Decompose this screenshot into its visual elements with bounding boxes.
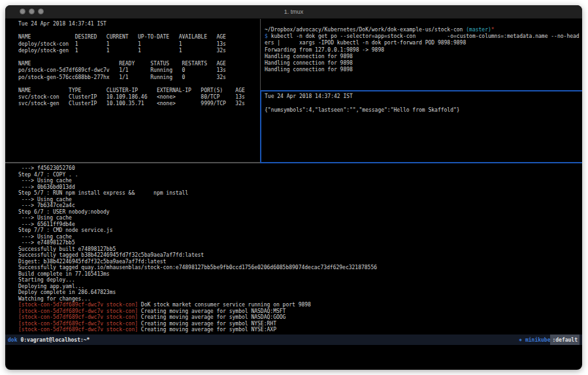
tmux-terminal: Tue 24 Apr 2018 14:37:41 IST NAME DESIRE… [5,19,582,334]
terminal-line: NAME READY STATUS RESTARTS AGE [18,61,245,67]
terminal-text-segment: (master) [466,27,491,33]
terminal-line [18,27,245,34]
pane-port-forward[interactable]: ~/Dropbox/advocacy/Kubernetes/DoK/work/d… [265,27,580,73]
terminal-line: Forwarding from 127.0.0.1:9898 -> 9898 [265,47,580,54]
terminal-line: Handling connection for 9898 [265,54,580,60]
window-title: 1. tmux [5,5,582,18]
terminal-line: NAME TYPE CLUSTER-IP EXTERNAL-IP PORT(S)… [18,88,245,94]
terminal-line: ---> e74898127bb5 [18,240,377,246]
pane-service-response[interactable]: Tue 24 Apr 2018 14:37:42 IST {"numsymbol… [265,93,460,114]
minimize-button[interactable] [29,8,35,14]
terminal-line: [stock-con-5d7df689cf-dwc7v stock-con] C… [18,321,377,327]
terminal-line: ---> Using cache [18,178,377,184]
terminal-line: [stock-con-5d7df689cf-dwc7v stock-con] C… [18,308,377,315]
pane-border-active-top [260,90,582,91]
terminal-line: Tue 24 Apr 2018 14:37:41 IST [18,21,245,27]
terminal-text-segment: Creating moving average for symbol NASDA… [138,308,286,314]
terminal-text-segment: [stock-con-5d7df689cf-dwc7v stock-con] [18,302,138,308]
pane-border-active-left [260,90,261,163]
pane-border-bottom-left [5,162,261,163]
terminal-line: Successfully built e74898127bb5 [18,246,377,253]
terminal-line: [stock-con-5d7df689cf-dwc7v stock-con] D… [18,302,377,308]
kube-namespace-chip: :default [550,334,580,345]
zoom-button[interactable] [38,8,44,14]
terminal-line: ---> Using cache [18,197,377,203]
terminal-line: svc/stock-gen ClusterIP 10.100.35.71 <no… [18,101,245,107]
window-tab[interactable]: 0:vagrant@localhost:~* [20,337,90,343]
terminal-line: deploy/stock-gen 1 1 1 1 32s [18,48,245,54]
terminal-line: po/stock-con-5d7df689cf-dwc7v 1/1 Runnin… [18,67,245,74]
terminal-line [18,54,245,61]
traffic-lights [20,8,44,14]
terminal-text-segment: DoK stock market consumer service runnin… [138,302,311,308]
terminal-text-segment: * [491,27,495,33]
terminal-line: Successfully tagged b38b42246945fd7f32c5… [18,252,377,259]
kube-context-icon: ⎈ minikube [519,337,550,343]
terminal-line: [stock-con-5d7df689cf-dwc7v stock-con] C… [18,327,377,333]
pane-border-active-bottom [260,162,582,163]
terminal-text-segment: Creating moving average for symbol NYSE:… [138,327,276,333]
pane-skaffold-build-log[interactable]: ---> f45623052760Step 4/7 : COPY . . ---… [18,165,377,333]
terminal-line: Step 5/7 : RUN npm install express && np… [18,190,377,197]
close-button[interactable] [20,8,25,14]
status-right: ⎈ minikube :default [519,334,580,345]
terminal-text-segment: ~/Dropbox/advocacy/Kubernetes/DoK/work/d… [265,27,466,33]
tmux-status-bar: dok 0:vagrant@localhost:~* ⎈ minikube :d… [5,334,582,345]
terminal-line: Deploy complete in 286.647823ms [18,289,377,296]
terminal-line: ---> 7b6347ce2a4c [18,203,377,209]
terminal-line: deploy/stock-con 1 1 1 1 13s [18,41,245,48]
terminal-line [18,81,245,88]
terminal-line: $ kubectl -n dok get po --selector=app=s… [265,33,580,40]
terminal-line: Step 4/7 : COPY . . [18,172,377,178]
titlebar: 1. tmux [5,5,582,19]
terminal-line [265,101,460,108]
status-left: dok 0:vagrant@localhost:~* [8,337,90,343]
terminal-line: Starting deploy... [18,277,377,284]
terminal-line: [stock-con-5d7df689cf-dwc7v stock-con] C… [18,314,377,321]
terminal-text-segment: [stock-con-5d7df689cf-dwc7v stock-con] [18,314,138,320]
terminal-line: Step 7/7 : CMD node service.js [18,227,377,234]
terminal-line: {"numsymbols":4,"lastseen":"","message":… [265,107,460,114]
terminal-line: Build complete in 77.165413ms [18,271,377,278]
terminal-line: Deploying app.yaml... [18,284,377,290]
terminal-text-segment: [stock-con-5d7df689cf-dwc7v stock-con] [18,308,138,314]
terminal-line: svc/stock-con ClusterIP 10.109.186.46 <n… [18,94,245,101]
terminal-text-segment: Creating moving average for symbol NASDA… [138,314,286,320]
terminal-line: Step 6/7 : USER nobody:nobody [18,209,377,216]
terminal-line: NAME DESIRED CURRENT UP-TO-DATE AVAILABL… [18,34,245,41]
terminal-line: Handling connection for 9898 [265,67,580,73]
session-name: dok [8,337,17,343]
terminal-line: Handling connection for 9898 [265,60,580,67]
terminal-app-window: 1. tmux Tue 24 Apr 2018 14:37:41 IST NAM… [5,5,582,370]
terminal-text-segment: Creating moving average for symbol NYSE:… [138,321,276,327]
terminal-line: ---> 65611ff9db4e [18,221,377,228]
terminal-line: ---> Using cache [18,234,377,240]
terminal-line: Tue 24 Apr 2018 14:37:42 IST [265,93,460,101]
terminal-line: Digest: b38b42246945fd7f32c5ba9aea7af7fd… [18,259,377,265]
terminal-line: Watching for changes... [18,296,377,302]
terminal-line: ---> f45623052760 [18,165,377,172]
terminal-line: po/stock-gen-576cc688bb-277hx 1/1 Runnin… [18,74,245,81]
terminal-line: ~/Dropbox/advocacy/Kubernetes/DoK/work/d… [265,27,580,33]
terminal-line: ---> Using cache [18,215,377,221]
pane-kubectl-watch[interactable]: Tue 24 Apr 2018 14:37:41 IST NAME DESIRE… [18,21,245,108]
pane-border-vertical-inactive [260,19,261,91]
terminal-text-segment: [stock-con-5d7df689cf-dwc7v stock-con] [18,321,138,327]
terminal-text-segment: kubectl -n dok get po --selector=app=sto… [268,33,580,39]
terminal-line: Successfully tagged quay.io/mhausenblas/… [18,265,377,271]
terminal-line: ers | xargs -IPOD kubectl -n dok port-fo… [265,40,580,46]
terminal-line: ---> 0b636bd013dd [18,184,377,191]
terminal-text-segment: [stock-con-5d7df689cf-dwc7v stock-con] [18,327,138,333]
